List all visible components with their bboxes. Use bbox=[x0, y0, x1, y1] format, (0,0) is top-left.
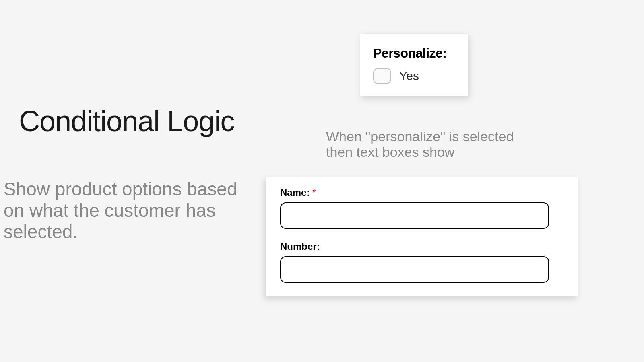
personalize-option-row: Yes bbox=[373, 68, 455, 84]
required-indicator-icon: * bbox=[312, 187, 316, 198]
personalize-checkbox[interactable] bbox=[373, 68, 391, 84]
page-heading: Conditional Logic bbox=[19, 105, 234, 138]
name-input[interactable] bbox=[280, 202, 549, 229]
explanation-text: When "personalize" is selected then text… bbox=[326, 129, 527, 160]
personalize-option-label: Yes bbox=[399, 69, 419, 83]
name-field-label: Name: * bbox=[280, 187, 563, 198]
personalize-title: Personalize: bbox=[373, 46, 455, 61]
number-input[interactable] bbox=[280, 256, 549, 283]
number-field-label: Number: bbox=[280, 241, 563, 252]
name-label-text: Name: bbox=[280, 187, 312, 198]
form-card: Name: * Number: bbox=[266, 177, 578, 296]
page-subheading: Show product options based on what the c… bbox=[4, 179, 261, 243]
personalize-card: Personalize: Yes bbox=[360, 34, 468, 96]
